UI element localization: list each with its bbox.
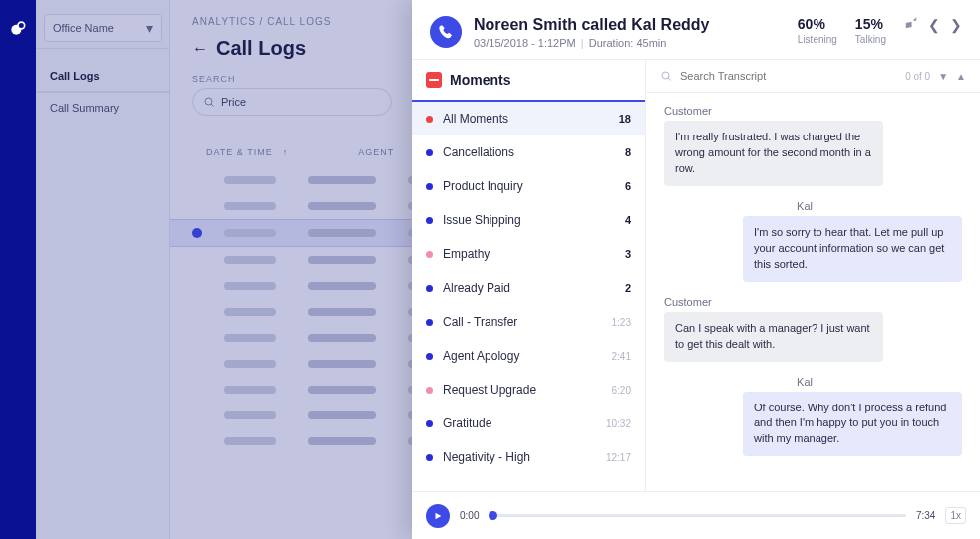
call-subtitle: 03/15/2018 - 1:12PM | Duration: 45min [474, 37, 786, 49]
moments-heading: Moments [450, 72, 510, 88]
sidebar-item-call-logs[interactable]: Call Logs [36, 61, 169, 93]
speaker-label: Customer [664, 296, 962, 308]
col-datetime[interactable]: DATE & TIME [206, 147, 273, 157]
svg-line-5 [668, 78, 671, 81]
search-input[interactable]: Price [192, 88, 392, 116]
speaker-label: Customer [664, 105, 962, 117]
transcript-search-input[interactable] [680, 70, 897, 82]
speaker-label: Kal [797, 376, 962, 388]
moment-item[interactable]: Empathy3 [412, 237, 645, 271]
moment-count: 6 [625, 180, 631, 192]
moment-item[interactable]: Agent Apology2:41 [412, 339, 645, 373]
message-bubble: I'm so sorry to hear that. Let me pull u… [743, 216, 962, 282]
moment-count: 8 [625, 146, 631, 158]
moment-label: Empathy [443, 247, 615, 261]
moment-item[interactable]: Request Upgrade6:20 [412, 373, 645, 406]
moment-dot-icon [426, 454, 433, 461]
col-agent[interactable]: AGENT [358, 147, 394, 157]
moment-time: 12:17 [606, 452, 631, 463]
moment-item[interactable]: Product Inquiry6 [412, 169, 645, 203]
moment-item[interactable]: Gratitude10:32 [412, 406, 645, 440]
moment-time: 1:23 [612, 317, 631, 328]
call-detail-panel: Noreen Smith called Kal Reddy 03/15/2018… [412, 0, 980, 539]
moment-dot-icon [426, 420, 433, 427]
chevron-down-icon: ▾ [146, 20, 153, 36]
transcript-message: KalI'm so sorry to hear that. Let me pul… [664, 200, 962, 282]
moment-label: Issue Shipping [443, 213, 615, 227]
moment-label: Request Upgrade [443, 383, 602, 397]
moment-dot-icon [426, 116, 433, 123]
moment-dot-icon [426, 319, 433, 326]
prev-call-icon[interactable]: ❮ [928, 17, 940, 33]
moment-label: Already Paid [443, 281, 615, 295]
metric-listening: 60% Listening [798, 16, 837, 45]
audio-player: 0:00 7:34 1x [412, 491, 980, 539]
phone-icon [430, 16, 462, 48]
search-value: Price [221, 96, 246, 108]
svg-line-3 [211, 104, 214, 107]
search-icon [660, 70, 672, 82]
moment-dot-icon [426, 387, 433, 394]
moment-item[interactable]: Negativity - High12:17 [412, 440, 645, 474]
player-current-time: 0:00 [460, 510, 479, 521]
moment-count: 4 [625, 214, 631, 226]
message-bubble: I'm really frustrated. I was charged the… [664, 121, 883, 186]
search-next-icon[interactable]: ▲ [956, 71, 966, 82]
player-speed[interactable]: 1x [945, 507, 966, 524]
message-bubble: Can I speak with a manager? I just want … [664, 312, 883, 362]
moment-label: Call - Transfer [443, 315, 602, 329]
svg-point-1 [18, 22, 25, 29]
player-thumb[interactable] [489, 511, 497, 520]
moment-dot-icon [426, 149, 433, 156]
logo-icon [8, 18, 28, 38]
moment-time: 2:41 [612, 351, 631, 362]
svg-point-4 [662, 72, 669, 79]
player-total-time: 7:34 [916, 510, 935, 521]
moment-label: All Moments [443, 112, 609, 126]
message-bubble: Of course. Why don't I process a refund … [743, 392, 962, 457]
moment-label: Product Inquiry [443, 179, 615, 193]
player-track[interactable] [489, 514, 906, 517]
transcript-message: KalOf course. Why don't I process a refu… [664, 376, 962, 457]
moment-dot-icon [426, 183, 433, 190]
sidebar: Office Name ▾ Call Logs Call Summary [36, 0, 170, 539]
sidebar-item-call-summary[interactable]: Call Summary [36, 93, 169, 123]
transcript-message: CustomerI'm really frustrated. I was cha… [664, 105, 962, 186]
moment-item[interactable]: All Moments18 [412, 100, 645, 135]
moment-label: Gratitude [443, 416, 596, 430]
moment-time: 10:32 [606, 418, 631, 429]
moment-label: Negativity - High [443, 450, 596, 464]
moment-count: 18 [619, 113, 631, 125]
moment-dot-icon [426, 353, 433, 360]
nav-rail [0, 0, 36, 539]
moments-icon [426, 72, 442, 88]
back-arrow-icon[interactable]: ← [192, 40, 208, 58]
next-call-icon[interactable]: ❯ [950, 17, 962, 33]
play-indicator-icon [192, 228, 202, 238]
moment-count: 3 [625, 248, 631, 260]
moment-item[interactable]: Cancellations8 [412, 135, 645, 169]
office-select[interactable]: Office Name ▾ [44, 14, 162, 42]
moment-dot-icon [426, 285, 433, 292]
play-button[interactable] [426, 504, 450, 528]
search-icon [203, 96, 215, 108]
moment-label: Agent Apology [443, 349, 602, 363]
search-prev-icon[interactable]: ▼ [938, 71, 948, 82]
moment-item[interactable]: Already Paid2 [412, 271, 645, 305]
svg-point-2 [205, 98, 212, 105]
page-title: Call Logs [216, 37, 306, 60]
transcript-message: CustomerCan I speak with a manager? I ju… [664, 296, 962, 362]
transcript-column: 0 of 0 ▼ ▲ CustomerI'm really frustrated… [646, 60, 980, 491]
moment-dot-icon [426, 251, 433, 258]
speaker-label: Kal [797, 200, 962, 212]
moments-column: Moments All Moments18Cancellations8Produ… [412, 60, 646, 491]
moment-label: Cancellations [443, 145, 615, 159]
transcript-search-counter: 0 of 0 [905, 71, 930, 82]
call-title: Noreen Smith called Kal Reddy [474, 16, 786, 34]
moment-item[interactable]: Issue Shipping4 [412, 203, 645, 237]
moment-item[interactable]: Call - Transfer1:23 [412, 305, 645, 339]
share-icon[interactable] [904, 16, 918, 34]
metric-talking: 15% Talking [855, 16, 886, 45]
moment-time: 6:20 [612, 385, 631, 396]
moment-dot-icon [426, 217, 433, 224]
